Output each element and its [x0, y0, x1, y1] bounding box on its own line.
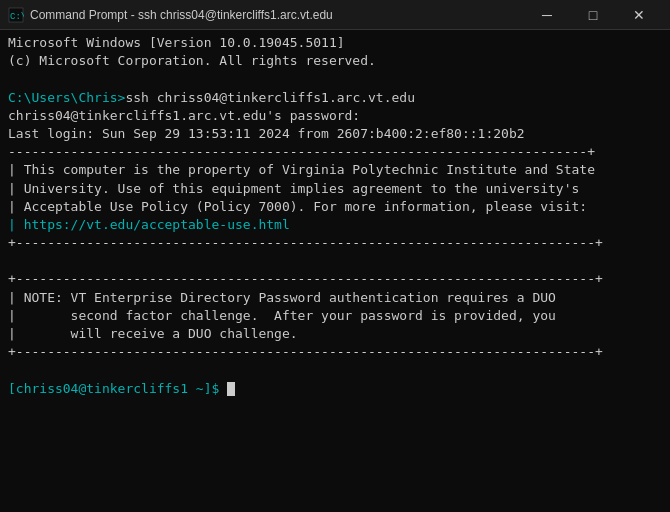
close-button[interactable]: ✕ [616, 0, 662, 30]
separator-mid: +---------------------------------------… [8, 235, 603, 250]
policy-line-2: | University. Use of this equipment impl… [8, 181, 579, 196]
terminal-body: Microsoft Windows [Version 10.0.19045.50… [0, 30, 670, 512]
duo-line-1: | NOTE: VT Enterprise Directory Password… [8, 290, 556, 305]
svg-text:C:\: C:\ [10, 12, 24, 22]
cursor [227, 382, 235, 396]
duo-line-3: | will receive a DUO challenge. [8, 326, 298, 341]
policy-line-3: | Acceptable Use Policy (Policy 7000). F… [8, 199, 587, 214]
policy-line-4: | https://vt.edu/acceptable-use.html [8, 217, 290, 232]
line-win-version: Microsoft Windows [Version 10.0.19045.50… [8, 35, 345, 50]
line-ssh-command: C:\Users\Chris> [8, 90, 125, 105]
separator-top: ----------------------------------------… [8, 144, 595, 159]
duo-line-2: | second factor challenge. After your pa… [8, 308, 556, 323]
maximize-button[interactable]: □ [570, 0, 616, 30]
policy-line-1: | This computer is the property of Virgi… [8, 162, 595, 177]
terminal-output: Microsoft Windows [Version 10.0.19045.50… [8, 34, 662, 398]
line-ssh-cmd-text: ssh chriss04@tinkercliffs1.arc.vt.edu [125, 90, 415, 105]
shell-prompt: [chriss04@tinkercliffs1 ~]$ [8, 381, 227, 396]
window-title: Command Prompt - ssh chriss04@tinkerclif… [30, 8, 524, 22]
line-copyright: (c) Microsoft Corporation. All rights re… [8, 53, 376, 68]
separator-duo-top: +---------------------------------------… [8, 271, 603, 286]
line-password-prompt: chriss04@tinkercliffs1.arc.vt.edu's pass… [8, 108, 360, 123]
line-last-login: Last login: Sun Sep 29 13:53:11 2024 fro… [8, 126, 525, 141]
app-icon: C:\ [8, 7, 24, 23]
window-controls: ─ □ ✕ [524, 0, 662, 30]
titlebar: C:\ Command Prompt - ssh chriss04@tinker… [0, 0, 670, 30]
minimize-button[interactable]: ─ [524, 0, 570, 30]
separator-duo-bottom: +---------------------------------------… [8, 344, 603, 359]
